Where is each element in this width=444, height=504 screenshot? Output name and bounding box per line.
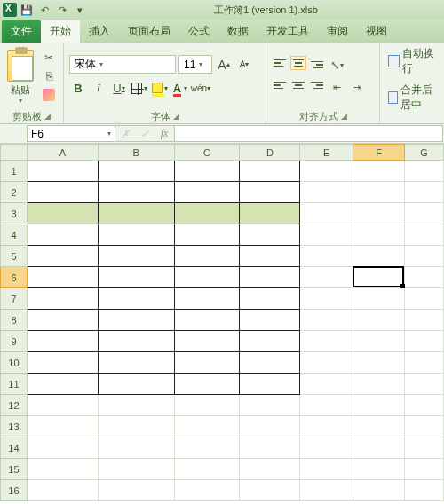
cell-C7[interactable]: [174, 288, 240, 310]
cell-E8[interactable]: [300, 310, 353, 331]
align-middle-button[interactable]: [290, 56, 306, 70]
cell-D6[interactable]: [240, 267, 300, 288]
cell-B10[interactable]: [98, 352, 174, 374]
decrease-indent-button[interactable]: ⇤: [328, 78, 345, 96]
shrink-font-button[interactable]: A▾: [235, 56, 253, 74]
merge-center-button[interactable]: 合并后居中: [385, 82, 439, 114]
cell-B7[interactable]: [98, 288, 174, 310]
row-header-12[interactable]: 12: [1, 395, 28, 416]
select-all-corner[interactable]: [1, 145, 28, 161]
row-header-3[interactable]: 3: [1, 203, 28, 224]
cell-A11[interactable]: [27, 374, 98, 395]
align-center-button[interactable]: [290, 78, 306, 92]
paste-button[interactable]: 粘贴 ▾: [5, 48, 35, 105]
cell-C10[interactable]: [174, 352, 240, 374]
align-top-button[interactable]: [272, 56, 288, 70]
cell-G16[interactable]: [405, 480, 444, 501]
cell-G3[interactable]: [405, 203, 444, 224]
cell-D5[interactable]: [240, 246, 300, 267]
cell-G11[interactable]: [405, 374, 444, 395]
font-name-combo[interactable]: 宋体▾: [69, 55, 176, 74]
row-header-7[interactable]: 7: [1, 288, 28, 310]
border-button[interactable]: ▾: [131, 79, 148, 97]
fill-color-button[interactable]: ▾: [151, 79, 169, 97]
cell-G7[interactable]: [405, 288, 444, 310]
cell-E16[interactable]: [300, 480, 353, 501]
cell-F6[interactable]: [353, 267, 405, 288]
align-bottom-button[interactable]: [309, 56, 325, 70]
cell-D7[interactable]: [240, 288, 300, 310]
row-header-4[interactable]: 4: [1, 224, 28, 246]
align-dialog-icon[interactable]: ◢: [341, 112, 347, 121]
cell-B6[interactable]: [98, 267, 174, 288]
col-header-C[interactable]: C: [174, 145, 240, 161]
cell-B11[interactable]: [98, 374, 174, 395]
row-header-15[interactable]: 15: [1, 459, 28, 480]
row-header-10[interactable]: 10: [1, 352, 28, 374]
cell-G4[interactable]: [405, 224, 444, 246]
cell-E13[interactable]: [300, 416, 353, 437]
cell-E1[interactable]: [300, 161, 353, 182]
tab-pagelayout[interactable]: 页面布局: [119, 20, 179, 43]
row-header-11[interactable]: 11: [1, 374, 28, 395]
cell-F2[interactable]: [353, 182, 405, 203]
wrap-text-button[interactable]: 自动换行: [385, 45, 439, 77]
cell-C4[interactable]: [174, 224, 240, 246]
row-header-16[interactable]: 16: [1, 480, 28, 501]
tab-file[interactable]: 文件: [2, 20, 41, 43]
grow-font-button[interactable]: A▴: [215, 56, 233, 74]
cell-F11[interactable]: [353, 374, 405, 395]
cell-B5[interactable]: [98, 246, 174, 267]
format-painter-button[interactable]: [40, 87, 58, 103]
cancel-icon[interactable]: ✗: [115, 128, 135, 140]
orientation-button[interactable]: ⤡▾: [328, 56, 345, 74]
cell-C2[interactable]: [174, 182, 240, 203]
cell-F16[interactable]: [353, 480, 405, 501]
cell-F3[interactable]: [353, 203, 405, 224]
cut-button[interactable]: ✂: [40, 50, 58, 66]
tab-data[interactable]: 数据: [218, 20, 258, 43]
cell-E11[interactable]: [300, 374, 353, 395]
cell-A9[interactable]: [27, 331, 98, 352]
cell-A6[interactable]: [27, 267, 98, 288]
cell-B3[interactable]: [98, 203, 174, 224]
row-header-8[interactable]: 8: [1, 310, 28, 331]
tab-insert[interactable]: 插入: [80, 20, 119, 43]
cell-A13[interactable]: [27, 416, 98, 437]
row-header-13[interactable]: 13: [1, 416, 28, 437]
cell-D8[interactable]: [240, 310, 300, 331]
cell-E7[interactable]: [300, 288, 353, 310]
row-header-9[interactable]: 9: [1, 331, 28, 352]
cell-G5[interactable]: [405, 246, 444, 267]
cell-G6[interactable]: [405, 267, 444, 288]
col-header-B[interactable]: B: [98, 145, 174, 161]
cell-C15[interactable]: [174, 459, 240, 480]
cell-D4[interactable]: [240, 224, 300, 246]
row-header-6[interactable]: 6: [1, 267, 28, 288]
cell-C14[interactable]: [174, 437, 240, 459]
tab-formulas[interactable]: 公式: [179, 20, 218, 43]
tab-view[interactable]: 视图: [357, 20, 396, 43]
name-box[interactable]: F6▾: [27, 125, 115, 142]
cell-A14[interactable]: [27, 437, 98, 459]
fx-button[interactable]: fx: [155, 127, 174, 140]
cell-G2[interactable]: [405, 182, 444, 203]
underline-button[interactable]: U▾: [110, 79, 128, 97]
tab-review[interactable]: 审阅: [318, 20, 357, 43]
cell-G8[interactable]: [405, 310, 444, 331]
cell-A8[interactable]: [27, 310, 98, 331]
font-color-button[interactable]: A▾: [171, 79, 189, 97]
save-button[interactable]: 💾: [19, 2, 35, 18]
cell-F4[interactable]: [353, 224, 405, 246]
cell-F9[interactable]: [353, 331, 405, 352]
cell-D12[interactable]: [240, 395, 300, 416]
cell-A16[interactable]: [27, 480, 98, 501]
cell-F5[interactable]: [353, 246, 405, 267]
col-header-E[interactable]: E: [300, 145, 353, 161]
cell-E2[interactable]: [300, 182, 353, 203]
cell-C5[interactable]: [174, 246, 240, 267]
clipboard-dialog-icon[interactable]: ◢: [44, 112, 51, 121]
cell-E15[interactable]: [300, 459, 353, 480]
phonetic-button[interactable]: wén▾: [192, 79, 210, 97]
redo-button[interactable]: ↷: [54, 2, 70, 18]
